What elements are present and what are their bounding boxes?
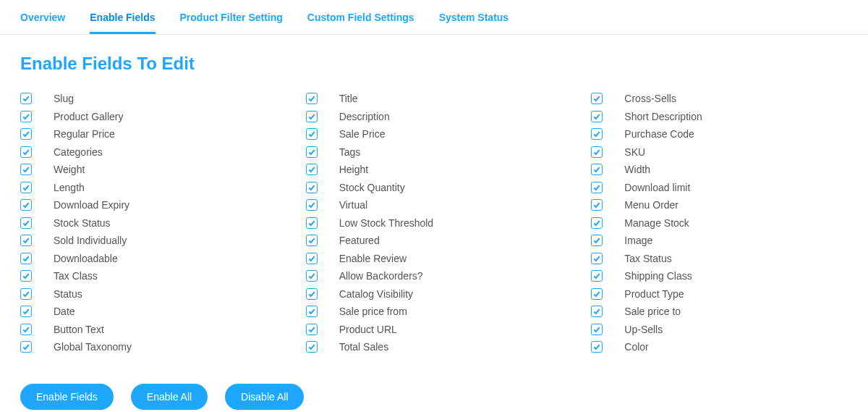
tab-bar: Overview Enable Fields Product Filter Se… xyxy=(0,0,868,35)
field-label: Product Gallery xyxy=(54,111,123,122)
field-label: Sale price to xyxy=(624,306,681,317)
field-checkbox[interactable] xyxy=(591,111,603,122)
field-checkbox[interactable] xyxy=(591,164,603,175)
field-checkbox[interactable] xyxy=(591,341,603,353)
field-row: Tags xyxy=(306,143,563,161)
field-row: Cross-Sells xyxy=(591,90,848,108)
field-row: Up-Sells xyxy=(591,321,848,339)
field-label: Allow Backorders? xyxy=(339,270,423,282)
field-checkbox[interactable] xyxy=(591,93,603,104)
field-checkbox[interactable] xyxy=(306,324,318,335)
field-checkbox[interactable] xyxy=(20,111,32,122)
field-checkbox[interactable] xyxy=(306,146,318,158)
field-row: Image xyxy=(591,232,848,250)
field-row: Sold Individually xyxy=(20,232,277,250)
field-row: Virtual xyxy=(306,196,563,214)
field-checkbox[interactable] xyxy=(591,288,603,300)
field-checkbox[interactable] xyxy=(306,164,318,175)
field-label: Global Taxonomy xyxy=(54,341,132,353)
field-label: Short Description xyxy=(624,111,702,122)
tab-overview[interactable]: Overview xyxy=(20,7,65,34)
tab-product-filter[interactable]: Product Filter Setting xyxy=(180,7,283,34)
field-checkbox[interactable] xyxy=(20,341,32,353)
field-checkbox[interactable] xyxy=(306,217,318,229)
field-label: Featured xyxy=(339,235,380,246)
field-checkbox[interactable] xyxy=(306,199,318,211)
field-label: Sale price from xyxy=(339,306,407,317)
field-label: Cross-Sells xyxy=(624,93,676,104)
field-row: Low Stock Threshold xyxy=(306,214,563,232)
field-label: Height xyxy=(339,164,368,175)
field-checkbox[interactable] xyxy=(306,253,318,264)
field-checkbox[interactable] xyxy=(20,128,32,140)
field-label: Color xyxy=(624,341,648,353)
field-checkbox[interactable] xyxy=(306,235,318,246)
field-label: Downloadable xyxy=(54,253,118,264)
field-checkbox[interactable] xyxy=(306,306,318,317)
tab-enable-fields[interactable]: Enable Fields xyxy=(90,7,155,34)
field-row: Product Gallery xyxy=(20,108,277,126)
field-row: Tax Status xyxy=(591,250,848,268)
field-row: Short Description xyxy=(591,108,848,126)
tab-custom-field[interactable]: Custom Field Settings xyxy=(307,7,414,34)
field-checkbox[interactable] xyxy=(306,341,318,353)
field-label: Virtual xyxy=(339,199,367,211)
enable-fields-button[interactable]: Enable Fields xyxy=(20,384,114,410)
field-label: Stock Quantity xyxy=(339,182,405,193)
enable-all-button[interactable]: Enable All xyxy=(131,384,208,410)
field-row: Purchase Code xyxy=(591,125,848,143)
field-checkbox[interactable] xyxy=(20,253,32,264)
tab-system-status[interactable]: System Status xyxy=(439,7,509,34)
field-checkbox[interactable] xyxy=(20,288,32,300)
field-checkbox[interactable] xyxy=(20,306,32,317)
field-label: Width xyxy=(624,164,650,175)
field-checkbox[interactable] xyxy=(20,93,32,104)
field-checkbox[interactable] xyxy=(591,253,603,264)
fields-column: TitleDescriptionSale PriceTagsHeightStoc… xyxy=(306,90,563,356)
field-row: Stock Status xyxy=(20,214,277,232)
field-label: Download Expiry xyxy=(54,199,129,211)
field-label: Enable Review xyxy=(339,253,407,264)
field-checkbox[interactable] xyxy=(591,324,603,335)
field-checkbox[interactable] xyxy=(306,93,318,104)
field-label: Categories xyxy=(54,146,103,158)
field-row: Downloadable xyxy=(20,250,277,268)
field-checkbox[interactable] xyxy=(20,324,32,335)
page-title: Enable Fields To Edit xyxy=(20,54,848,74)
field-checkbox[interactable] xyxy=(306,288,318,300)
field-row: Total Sales xyxy=(306,338,563,356)
field-row: Download Expiry xyxy=(20,196,277,214)
field-label: Tax Class xyxy=(54,270,98,282)
field-row: Global Taxonomy xyxy=(20,338,277,356)
field-label: Weight xyxy=(54,164,85,175)
field-checkbox[interactable] xyxy=(591,217,603,229)
field-row: Allow Backorders? xyxy=(306,267,563,285)
field-checkbox[interactable] xyxy=(20,199,32,211)
field-checkbox[interactable] xyxy=(20,164,32,175)
field-checkbox[interactable] xyxy=(306,128,318,140)
field-checkbox[interactable] xyxy=(20,146,32,158)
field-checkbox[interactable] xyxy=(591,306,603,317)
field-checkbox[interactable] xyxy=(591,146,603,158)
content-area: Enable Fields To Edit SlugProduct Galler… xyxy=(0,35,868,412)
field-checkbox[interactable] xyxy=(591,182,603,193)
field-checkbox[interactable] xyxy=(591,128,603,140)
field-label: Tags xyxy=(339,146,361,158)
disable-all-button[interactable]: Disable All xyxy=(225,384,304,410)
field-checkbox[interactable] xyxy=(591,235,603,246)
field-row: Color xyxy=(591,338,848,356)
field-label: Image xyxy=(624,235,652,246)
field-label: SKU xyxy=(624,146,645,158)
field-label: Sold Individually xyxy=(54,235,127,246)
field-checkbox[interactable] xyxy=(20,270,32,282)
field-checkbox[interactable] xyxy=(306,111,318,122)
field-row: Status xyxy=(20,285,277,303)
field-checkbox[interactable] xyxy=(20,217,32,229)
field-checkbox[interactable] xyxy=(591,199,603,211)
field-checkbox[interactable] xyxy=(306,270,318,282)
field-checkbox[interactable] xyxy=(591,270,603,282)
field-checkbox[interactable] xyxy=(20,182,32,193)
field-checkbox[interactable] xyxy=(20,235,32,246)
field-checkbox[interactable] xyxy=(306,182,318,193)
field-row: Shipping Class xyxy=(591,267,848,285)
